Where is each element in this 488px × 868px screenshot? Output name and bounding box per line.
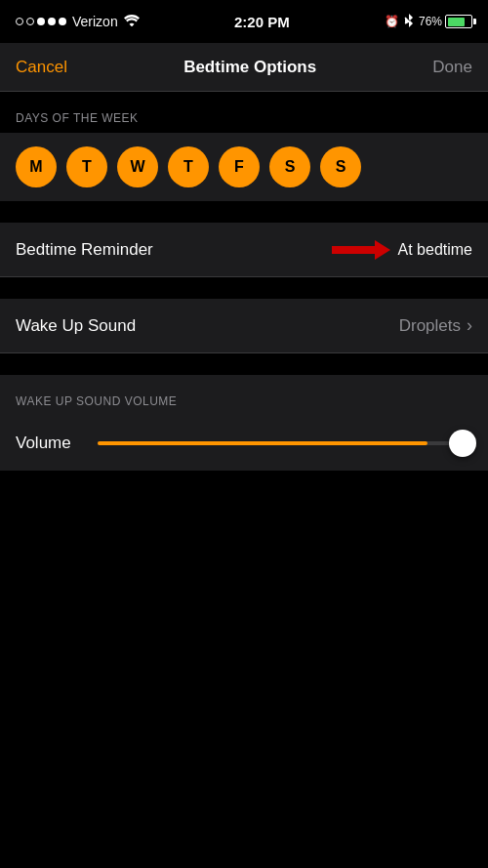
day-circle-6[interactable]: S: [320, 146, 361, 187]
day-circle-2[interactable]: W: [117, 146, 158, 187]
day-circle-4[interactable]: F: [219, 146, 260, 187]
volume-label: Volume: [16, 434, 84, 453]
status-right: ⏰ 76%: [385, 14, 472, 30]
content: DAYS OF THE WEEK MTWTFSS Bedtime Reminde…: [0, 92, 488, 471]
bedtime-reminder-value: At bedtime: [398, 241, 472, 259]
cancel-button[interactable]: Cancel: [16, 58, 67, 77]
volume-row: Volume: [0, 416, 488, 471]
status-time: 2:20 PM: [234, 14, 290, 30]
days-section-label: DAYS OF THE WEEK: [0, 92, 488, 133]
wake-up-sound-label: Wake Up Sound: [16, 316, 136, 336]
section-gap-1: [0, 201, 488, 223]
wake-up-sound-row[interactable]: Wake Up Sound Droplets ›: [0, 299, 488, 353]
signal-dot-5: [59, 18, 66, 25]
svg-marker-0: [332, 240, 390, 260]
page-title: Bedtime Options: [183, 58, 316, 77]
status-left: Verizon: [16, 14, 140, 29]
bedtime-reminder-row[interactable]: Bedtime Reminder At bedtime: [0, 223, 488, 277]
bedtime-reminder-value-container: At bedtime: [332, 236, 472, 264]
battery-fill: [448, 18, 465, 26]
volume-slider[interactable]: [98, 441, 472, 445]
signal-dot-4: [48, 18, 56, 25]
slider-track: [98, 441, 472, 445]
day-circle-3[interactable]: T: [168, 146, 209, 187]
chevron-right-icon: ›: [467, 315, 472, 336]
carrier-label: Verizon: [72, 14, 118, 29]
wake-up-sound-value: Droplets: [399, 316, 461, 336]
nav-bar: Cancel Bedtime Options Done: [0, 43, 488, 92]
done-button[interactable]: Done: [432, 58, 472, 77]
day-circle-0[interactable]: M: [16, 146, 57, 187]
signal-dots: [16, 18, 66, 25]
wifi-icon: [124, 14, 140, 29]
slider-thumb[interactable]: [449, 430, 476, 457]
battery-icon: [445, 15, 472, 28]
volume-section-label: WAKE UP SOUND VOLUME: [0, 375, 488, 416]
battery-container: 76%: [419, 15, 472, 28]
section-gap-3: [0, 353, 488, 375]
slider-fill: [98, 441, 427, 445]
bluetooth-icon: [404, 14, 414, 30]
wake-up-sound-value-container: Droplets ›: [399, 315, 472, 336]
signal-dot-1: [16, 18, 23, 25]
battery-percent: 76%: [419, 15, 442, 28]
alarm-icon: ⏰: [385, 15, 399, 28]
volume-section: WAKE UP SOUND VOLUME Volume: [0, 375, 488, 471]
status-bar: Verizon 2:20 PM ⏰ 76%: [0, 0, 488, 43]
days-container: MTWTFSS: [0, 133, 488, 201]
bedtime-reminder-label: Bedtime Reminder: [16, 240, 153, 260]
signal-dot-3: [37, 18, 45, 25]
red-arrow-icon: [332, 236, 390, 264]
section-gap-2: [0, 277, 488, 299]
signal-dot-2: [26, 18, 34, 25]
day-circle-5[interactable]: S: [269, 146, 310, 187]
day-circle-1[interactable]: T: [66, 146, 107, 187]
